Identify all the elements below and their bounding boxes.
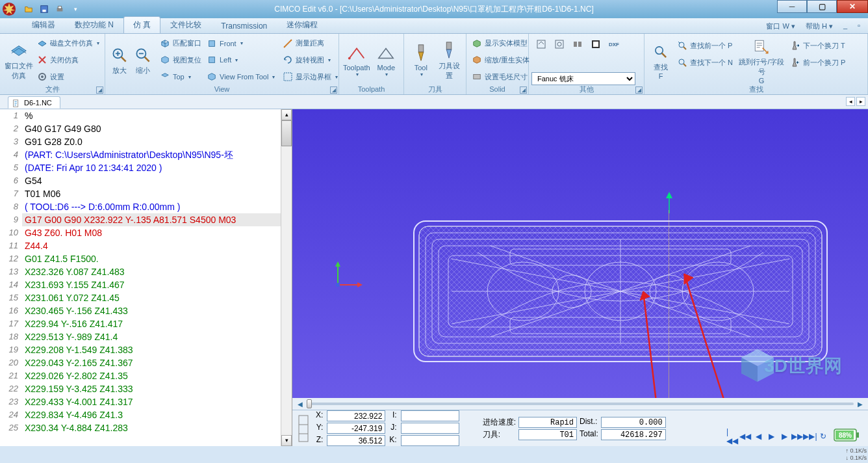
code-line[interactable]: G01 Z41.5 F1500. bbox=[22, 252, 292, 265]
skip-back-button[interactable]: |◀◀ bbox=[726, 430, 738, 442]
zoom-out-button[interactable]: 缩小 bbox=[131, 35, 155, 85]
fast-forward-button[interactable]: ▶▶ bbox=[791, 430, 803, 442]
settings-button[interactable]: 设置 bbox=[34, 69, 102, 85]
close-button[interactable]: ✕ bbox=[837, 0, 868, 13]
group-dialog-other[interactable]: ◢ bbox=[635, 86, 643, 94]
disk-file-sim-button[interactable]: 磁盘文件仿真▾ bbox=[34, 36, 102, 51]
slider-start-icon[interactable]: ◀ bbox=[298, 401, 303, 408]
code-line[interactable]: G17 G00 G90 X232.922 Y-.135 A81.571 S450… bbox=[22, 213, 292, 226]
other-btn-1[interactable] bbox=[533, 36, 550, 52]
other-btn-3[interactable] bbox=[569, 36, 586, 52]
slider-thumb[interactable] bbox=[307, 399, 312, 408]
show-bounds-button[interactable]: 显示边界框▾ bbox=[280, 69, 340, 85]
code-line[interactable]: X229.208 Y-1.549 Z41.383 bbox=[22, 343, 292, 356]
rotate-view-button[interactable]: 旋转视图▾ bbox=[280, 52, 340, 68]
code-line[interactable]: (DATE: Fri Apr 10 21:34:41 2020 ) bbox=[22, 161, 292, 174]
zoom-in-button[interactable]: 放大 bbox=[108, 35, 131, 85]
scroll-up-icon[interactable]: ▴ bbox=[281, 109, 292, 120]
code-line[interactable]: X230.34 Y-4.884 Z41.283 bbox=[22, 421, 292, 434]
regen-solid-button[interactable]: 缩放/重生实体 bbox=[469, 52, 526, 68]
show-solid-button[interactable]: 显示实体模型 bbox=[469, 36, 526, 51]
step-forward-button[interactable]: ▶ bbox=[778, 430, 790, 442]
group-dialog-view[interactable]: ◢ bbox=[330, 86, 337, 94]
mdi-restore-icon[interactable]: ▫ bbox=[854, 20, 864, 33]
loop-button[interactable]: ↻ bbox=[817, 430, 829, 442]
front-view-button[interactable]: Front▾ bbox=[204, 36, 277, 51]
window-file-sim-button[interactable]: 窗口文件仿真 bbox=[3, 35, 34, 85]
mode-button[interactable]: Mode▾ bbox=[372, 35, 401, 85]
fit-window-button[interactable]: 匹配窗口 bbox=[157, 36, 204, 51]
tab-mini[interactable]: 迷你编程 bbox=[277, 16, 327, 33]
tool-button[interactable]: Tool▾ bbox=[407, 35, 435, 85]
code-line[interactable]: X229.94 Y-.516 Z41.417 bbox=[22, 317, 292, 330]
doc-tab-active[interactable]: D6-1.NC bbox=[8, 96, 60, 109]
goto-line-button[interactable]: 跳到行号/字段号 G bbox=[735, 35, 787, 86]
find-next-button[interactable]: 查找下一个 N bbox=[674, 55, 735, 70]
tab-nc[interactable]: 数控功能 N bbox=[65, 16, 123, 33]
code-line[interactable]: X230.465 Y-.156 Z41.433 bbox=[22, 304, 292, 317]
code-line[interactable]: X229.026 Y-2.802 Z41.35 bbox=[22, 369, 292, 382]
3d-viewport[interactable]: 3D世界网 bbox=[292, 109, 868, 398]
timeline-slider[interactable]: ◀ ▶ bbox=[292, 398, 868, 410]
find-button[interactable]: 查找 F bbox=[647, 35, 674, 86]
left-view-button[interactable]: Left▾ bbox=[204, 52, 277, 68]
reset-view-button[interactable]: 视图复位 bbox=[157, 52, 204, 68]
prev-toolchange-button[interactable]: 前一个换刀 P bbox=[787, 55, 848, 70]
code-line[interactable]: X229.433 Y-4.001 Z41.317 bbox=[22, 395, 292, 408]
tab-simulation[interactable]: 仿 真 bbox=[123, 16, 160, 33]
view-from-tool-button[interactable]: View From Tool▾ bbox=[204, 69, 277, 85]
code-line[interactable]: X231.693 Y.155 Z41.467 bbox=[22, 278, 292, 291]
find-prev-button[interactable]: 查找前一个 P bbox=[674, 38, 735, 53]
code-line[interactable]: (PART: C:\Users\Administrator\Desktop\N9… bbox=[22, 148, 292, 161]
code-line[interactable]: X229.159 Y-3.425 Z41.333 bbox=[22, 382, 292, 395]
measure-button[interactable]: 测量距离 bbox=[280, 36, 340, 51]
skip-forward-button[interactable]: ▶▶| bbox=[804, 430, 816, 442]
qat-open-icon[interactable] bbox=[22, 3, 35, 16]
group-dialog-file[interactable]: ◢ bbox=[96, 86, 103, 94]
stock-size-button[interactable]: 设置毛坯尺寸 bbox=[469, 69, 526, 85]
play-button[interactable]: ▶ bbox=[765, 430, 777, 442]
maximize-button[interactable]: ▢ bbox=[807, 0, 837, 13]
code-line[interactable]: ( TOOL:D6 ---> D:6.00mm R:0.00mm ) bbox=[22, 200, 292, 213]
code-line[interactable]: Z44.4 bbox=[22, 239, 292, 252]
next-toolchange-button[interactable]: 下一个换刀 T bbox=[787, 38, 848, 53]
qat-print-icon[interactable] bbox=[53, 3, 66, 16]
scroll-thumb[interactable] bbox=[281, 120, 292, 146]
qat-save-icon[interactable] bbox=[38, 3, 51, 16]
code-line[interactable]: G43 Z60. H01 M08 bbox=[22, 226, 292, 239]
other-btn-2[interactable] bbox=[551, 36, 568, 52]
code-line[interactable]: % bbox=[22, 109, 292, 122]
other-btn-4[interactable] bbox=[587, 36, 604, 52]
tab-compare[interactable]: 文件比较 bbox=[160, 16, 211, 33]
code-line[interactable]: G91 G28 Z0.0 bbox=[22, 135, 292, 148]
toolpath-button[interactable]: Toolpath▾ bbox=[342, 35, 372, 85]
tab-editor[interactable]: 编辑器 bbox=[22, 16, 65, 33]
close-sim-button[interactable]: 关闭仿真 bbox=[34, 52, 102, 68]
top-view-button[interactable]: Top▾ bbox=[157, 69, 204, 85]
vertical-scrollbar[interactable]: ▴ ▾ bbox=[281, 109, 292, 446]
slider-end-icon[interactable]: ▶ bbox=[858, 401, 863, 408]
mdi-minimize-icon[interactable]: _ bbox=[839, 20, 851, 33]
rewind-button[interactable]: ◀◀ bbox=[739, 430, 751, 442]
menu-help[interactable]: 帮助 H ▾ bbox=[802, 20, 837, 33]
code-line[interactable]: G54 bbox=[22, 174, 292, 187]
tool-settings-button[interactable]: 刀具设置 bbox=[435, 35, 464, 85]
group-dialog-solid[interactable]: ◢ bbox=[520, 86, 527, 94]
minimize-button[interactable]: ─ bbox=[777, 0, 807, 13]
code-line[interactable]: X229.513 Y-.989 Z41.4 bbox=[22, 330, 292, 343]
code-line[interactable]: T01 M06 bbox=[22, 187, 292, 200]
tab-transmission[interactable]: Transmission bbox=[211, 18, 277, 33]
code-line[interactable]: X229.043 Y-2.165 Z41.367 bbox=[22, 356, 292, 369]
scroll-down-icon[interactable]: ▾ bbox=[281, 435, 292, 446]
code-body[interactable]: %G40 G17 G49 G80G91 G28 Z0.0(PART: C:\Us… bbox=[22, 109, 292, 446]
code-line[interactable]: X229.834 Y-4.496 Z41.3 bbox=[22, 408, 292, 421]
code-line[interactable]: X231.061 Y.072 Z41.45 bbox=[22, 291, 292, 304]
code-editor[interactable]: 1234567891011121314151617181920212223242… bbox=[0, 109, 292, 446]
tab-next-icon[interactable]: ▸ bbox=[856, 97, 865, 106]
code-line[interactable]: X232.326 Y.087 Z41.483 bbox=[22, 265, 292, 278]
tab-prev-icon[interactable]: ◂ bbox=[846, 97, 855, 106]
dxf-button[interactable]: DXF bbox=[606, 36, 622, 52]
machine-combo[interactable]: Fanuc 铣床 bbox=[531, 72, 635, 85]
qat-dropdown-icon[interactable]: ▾ bbox=[69, 3, 82, 16]
step-back-button[interactable]: ◀ bbox=[752, 430, 764, 442]
